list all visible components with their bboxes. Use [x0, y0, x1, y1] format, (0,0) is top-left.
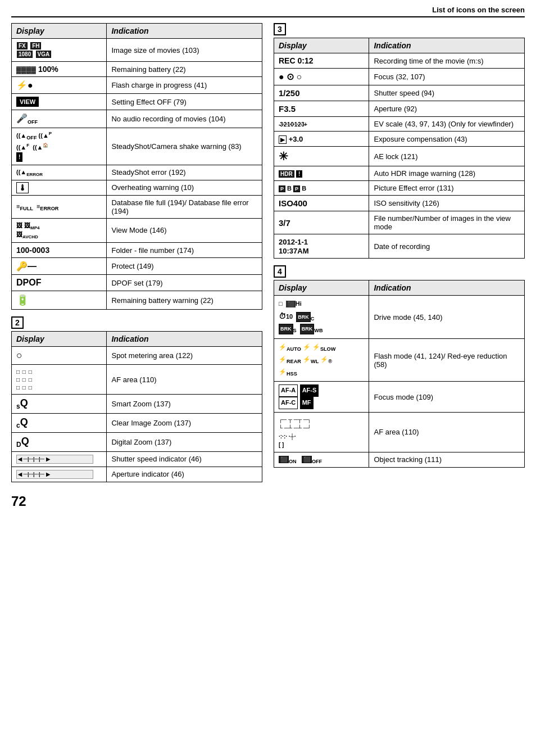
- section2-number-box: 2: [11, 316, 24, 329]
- exposure-comp-display: ▶ +3.0: [279, 135, 303, 143]
- display-cell: DPOF: [12, 275, 107, 291]
- display-cell: -3·2·1·0·1·2·3+: [274, 117, 369, 132]
- table-row: ISO400 ISO sensitivity (126): [274, 196, 525, 211]
- indication-cell: Exposure compensation (43): [369, 132, 525, 147]
- shutter-speed-bar-icon: ◀ ···|···|···|··· ▶: [16, 455, 93, 464]
- display-cell: 3/7: [274, 211, 369, 234]
- table-row: 3/7 File number/Number of images in the …: [274, 211, 525, 234]
- table-row: ▶ +3.0 Exposure compensation (43): [274, 132, 525, 147]
- indication-cell: Shutter speed (94): [369, 85, 525, 101]
- folder-number: 100-0003: [16, 246, 49, 255]
- indication-cell: View Mode (146): [107, 218, 262, 242]
- indication-cell: Auto HDR image warning (128): [369, 166, 525, 181]
- indication-cell: Overheating warning (10): [107, 180, 262, 195]
- section3-number-box: 3: [274, 23, 286, 35]
- table-row: ┌─ ┬ ─┬ ─┐ └ ─┴ ─┴ ─┘ ·:·:· ·┼· [ ] AF a…: [274, 412, 525, 452]
- table-row: ● ⊙ ○ Focus (32, 107): [274, 69, 525, 85]
- display-cell: HDR !: [274, 166, 369, 181]
- header-title: List of icons on the screen: [432, 6, 525, 14]
- table-row: ((▲ERROR SteadyShot error (192): [12, 165, 262, 180]
- brk-c-icon: BRK: [296, 312, 311, 322]
- aperture-bar-icon: ◀ ···|···|···|··· ▶: [16, 470, 93, 479]
- focus-mode-icons: AF-A AF-S AF-C MF: [279, 386, 319, 406]
- 1080-icon: 1080: [17, 51, 33, 58]
- indication-cell: EV scale (43, 97, 143) (Only for viewfin…: [369, 117, 525, 132]
- table-row: ◀ ···|···|···|··· ▶ Shutter speed indica…: [12, 451, 262, 467]
- section3-col1-header: Display: [274, 38, 369, 53]
- display-cell: 🔋: [12, 291, 107, 310]
- overheat-icon: 🌡: [16, 182, 29, 193]
- section3-table: Display Indication REC 0:12 Recording ti…: [274, 38, 525, 259]
- battery-warning-icon: 🔋: [16, 295, 29, 306]
- indication-cell: DPOF set (179): [107, 275, 262, 291]
- display-cell: P B P B: [274, 181, 369, 196]
- protect-icon: 🔑—: [16, 261, 37, 271]
- indication-cell: Image size of movies (103): [107, 39, 262, 62]
- table-row: ⚡AUTO ⚡ ⚡SLOW ⚡REAR ⚡WL ⚡® ⚡HSS Flash mo…: [274, 339, 525, 382]
- warning-icon: !: [16, 152, 22, 162]
- steadyshot-icons: ((▲OFF ((▲P ((▲F ((▲🏠 !: [16, 132, 52, 160]
- shutter-speed-display: 1/250: [279, 88, 300, 98]
- indication-cell: Date of recording: [369, 234, 525, 259]
- brk-wb-icon: BRK: [300, 324, 315, 334]
- display-cell: ▓▓▓▓ 100%: [12, 62, 107, 77]
- page-number: 72: [11, 494, 262, 509]
- mf-box: MF: [300, 397, 314, 409]
- table-row: cQ Clear Image Zoom (137): [12, 413, 262, 432]
- indication-cell: Digital Zoom (137): [107, 432, 262, 451]
- page-number-text: 72: [11, 494, 26, 509]
- section4-col2-header: Indication: [369, 280, 525, 296]
- section2-col1-header: Display: [12, 332, 107, 347]
- table-row: F3.5 Aperture (92): [274, 101, 525, 117]
- table-row: AF-A AF-S AF-C MF Focus mode (109): [274, 382, 525, 413]
- ev-scale-icon: -3·2·1·0·1·2·3+: [279, 121, 307, 128]
- table-row: DPOF DPOF set (179): [12, 275, 262, 291]
- indication-cell: No audio recording of movies (104): [107, 110, 262, 128]
- view-icon: VIEW: [16, 97, 39, 107]
- picture-effect-icons: P B P B: [279, 185, 306, 192]
- brk-s-icon: BRK: [279, 324, 293, 334]
- table-row: ((▲OFF ((▲P ((▲F ((▲🏠 ! SteadyShot/Camer…: [12, 128, 262, 165]
- display-cell: 🔑—: [12, 258, 107, 275]
- section1-col2-header: Indication: [107, 24, 262, 39]
- af-area-dots-icon: □ □ □□ □ □□ □ □: [16, 369, 33, 391]
- table-row: -3·2·1·0·1·2·3+ EV scale (43, 97, 143) (…: [274, 117, 525, 132]
- focus-icons: ● ⊙ ○: [279, 72, 302, 82]
- display-cell: AF-A AF-S AF-C MF: [274, 382, 369, 413]
- indication-cell: Protect (149): [107, 258, 262, 275]
- steadyshot-error-icon: ((▲ERROR: [16, 169, 43, 175]
- table-row: FX FH 1080 VGA Image size of movies (103…: [12, 39, 262, 62]
- display-cell: ○: [12, 347, 107, 365]
- display-cell: ⬛ON ⬛OFF: [274, 452, 369, 467]
- display-cell: 100-0003: [12, 243, 107, 258]
- section4-col1-header: Display: [274, 280, 369, 296]
- display-cell: 🌡: [12, 180, 107, 195]
- fh-icon: FH: [30, 42, 41, 49]
- display-cell: ((▲OFF ((▲P ((▲F ((▲🏠 !: [12, 128, 107, 165]
- af-c-box: AF-C: [279, 397, 298, 409]
- section2-table: Display Indication ○ Spot metering area …: [11, 331, 262, 482]
- display-cell: ┌─ ┬ ─┬ ─┐ └ ─┴ ─┴ ─┘ ·:·:· ·┼· [ ]: [274, 412, 369, 452]
- object-tracking-icons: ⬛ON ⬛OFF: [279, 456, 322, 463]
- indication-cell: Flash mode (41, 124)/ Red-eye reduction …: [369, 339, 525, 382]
- view-mode-icons: 🖼 🖼MP4🖼AVCHD: [16, 222, 40, 238]
- table-row: REC 0:12 Recording time of the movie (m:…: [274, 53, 525, 69]
- table-row: 🖼 🖼MP4🖼AVCHD View Mode (146): [12, 218, 262, 242]
- display-cell: VIEW: [12, 94, 107, 110]
- section4-number-box: 4: [274, 265, 286, 278]
- af-s-box: AF-S: [300, 384, 319, 397]
- indication-cell: Object tracking (111): [369, 452, 525, 467]
- table-row: □ ⬛Hi ⏱10 BRKC BRKS BRKWB Drive mode (45…: [274, 296, 525, 339]
- db-full-icon: ≡FULL ≡ERROR: [16, 203, 58, 210]
- display-cell: 2012-1-110:37AM: [274, 234, 369, 259]
- display-cell: F3.5: [274, 101, 369, 117]
- right-column: 3 Display Indication REC 0:12 Recording …: [274, 23, 525, 509]
- table-row: P B P B Picture Effect error (131): [274, 181, 525, 196]
- af-area-grid-icons: ┌─ ┬ ─┬ ─┐ └ ─┴ ─┴ ─┘ ·:·:· ·┼· [ ]: [279, 417, 311, 448]
- table-row: ▓▓▓▓ 100% Remaining battery (22): [12, 62, 262, 77]
- table-row: ✳ AE lock (121): [274, 147, 525, 166]
- hdr-icon: HDR: [279, 170, 294, 178]
- table-row: VIEW Setting Effect OFF (79): [12, 94, 262, 110]
- section2-col2-header: Indication: [107, 332, 262, 347]
- display-cell: DQ: [12, 432, 107, 451]
